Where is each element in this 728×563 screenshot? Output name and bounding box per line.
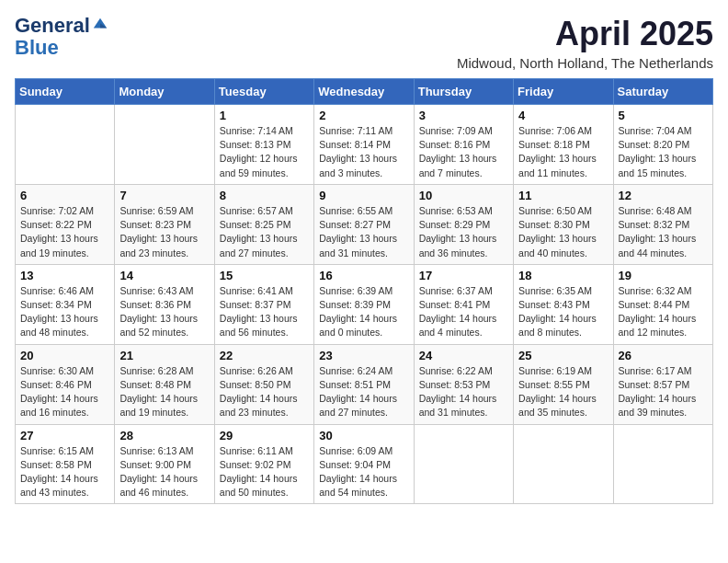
day-number: 8 xyxy=(220,189,309,202)
calendar-cell: 11Sunrise: 6:50 AM Sunset: 8:30 PM Dayli… xyxy=(514,184,613,264)
day-number: 2 xyxy=(319,109,408,122)
day-info: Sunrise: 7:02 AM Sunset: 8:22 PM Dayligh… xyxy=(20,204,109,260)
day-number: 30 xyxy=(319,429,408,442)
calendar-cell: 24Sunrise: 6:22 AM Sunset: 8:53 PM Dayli… xyxy=(414,344,513,424)
calendar-week-row: 20Sunrise: 6:30 AM Sunset: 8:46 PM Dayli… xyxy=(16,344,713,424)
calendar-cell: 6Sunrise: 7:02 AM Sunset: 8:22 PM Daylig… xyxy=(16,184,115,264)
day-info: Sunrise: 6:48 AM Sunset: 8:32 PM Dayligh… xyxy=(619,204,708,260)
calendar-week-row: 1Sunrise: 7:14 AM Sunset: 8:13 PM Daylig… xyxy=(16,105,713,185)
calendar-cell: 3Sunrise: 7:09 AM Sunset: 8:16 PM Daylig… xyxy=(414,105,513,185)
day-info: Sunrise: 6:55 AM Sunset: 8:27 PM Dayligh… xyxy=(319,204,408,260)
calendar-cell: 1Sunrise: 7:14 AM Sunset: 8:13 PM Daylig… xyxy=(214,105,313,185)
calendar-cell xyxy=(613,424,712,504)
day-number: 10 xyxy=(419,189,508,202)
weekday-header: Wednesday xyxy=(314,79,414,105)
calendar-cell xyxy=(16,105,115,185)
day-number: 27 xyxy=(20,429,109,442)
day-number: 28 xyxy=(119,429,209,442)
calendar-cell: 15Sunrise: 6:41 AM Sunset: 8:37 PM Dayli… xyxy=(214,264,313,344)
weekday-header: Sunday xyxy=(16,79,115,105)
day-info: Sunrise: 6:17 AM Sunset: 8:57 PM Dayligh… xyxy=(619,364,708,420)
day-number: 25 xyxy=(518,349,608,362)
calendar-cell: 20Sunrise: 6:30 AM Sunset: 8:46 PM Dayli… xyxy=(16,344,115,424)
header: General Blue April 2025 Midwoud, North H… xyxy=(15,15,713,71)
weekday-header: Saturday xyxy=(613,79,712,105)
day-info: Sunrise: 7:11 AM Sunset: 8:14 PM Dayligh… xyxy=(319,124,408,180)
day-number: 3 xyxy=(419,109,508,122)
day-number: 19 xyxy=(619,269,708,282)
day-info: Sunrise: 7:14 AM Sunset: 8:13 PM Dayligh… xyxy=(220,124,309,180)
calendar-cell: 2Sunrise: 7:11 AM Sunset: 8:14 PM Daylig… xyxy=(314,105,414,185)
weekday-header: Monday xyxy=(115,79,214,105)
day-number: 18 xyxy=(518,269,608,282)
day-number: 20 xyxy=(20,349,109,362)
calendar-cell: 21Sunrise: 6:28 AM Sunset: 8:48 PM Dayli… xyxy=(115,344,214,424)
day-info: Sunrise: 7:09 AM Sunset: 8:16 PM Dayligh… xyxy=(419,124,508,180)
day-info: Sunrise: 6:50 AM Sunset: 8:30 PM Dayligh… xyxy=(518,204,608,260)
logo-icon xyxy=(92,17,108,33)
day-info: Sunrise: 6:09 AM Sunset: 9:04 PM Dayligh… xyxy=(319,444,408,500)
calendar-cell: 26Sunrise: 6:17 AM Sunset: 8:57 PM Dayli… xyxy=(613,344,712,424)
day-info: Sunrise: 6:32 AM Sunset: 8:44 PM Dayligh… xyxy=(619,284,708,340)
logo-blue: Blue xyxy=(15,37,108,59)
calendar-cell: 8Sunrise: 6:57 AM Sunset: 8:25 PM Daylig… xyxy=(214,184,313,264)
calendar-cell: 18Sunrise: 6:35 AM Sunset: 8:43 PM Dayli… xyxy=(514,264,613,344)
day-number: 12 xyxy=(619,189,708,202)
day-info: Sunrise: 6:57 AM Sunset: 8:25 PM Dayligh… xyxy=(220,204,309,260)
day-number: 21 xyxy=(119,349,209,362)
calendar-cell: 22Sunrise: 6:26 AM Sunset: 8:50 PM Dayli… xyxy=(214,344,313,424)
calendar-week-row: 13Sunrise: 6:46 AM Sunset: 8:34 PM Dayli… xyxy=(16,264,713,344)
calendar-cell: 27Sunrise: 6:15 AM Sunset: 8:58 PM Dayli… xyxy=(16,424,115,504)
calendar-cell: 25Sunrise: 6:19 AM Sunset: 8:55 PM Dayli… xyxy=(514,344,613,424)
calendar-cell: 19Sunrise: 6:32 AM Sunset: 8:44 PM Dayli… xyxy=(613,264,712,344)
calendar-cell: 13Sunrise: 6:46 AM Sunset: 8:34 PM Dayli… xyxy=(16,264,115,344)
day-info: Sunrise: 7:04 AM Sunset: 8:20 PM Dayligh… xyxy=(619,124,708,180)
day-info: Sunrise: 6:43 AM Sunset: 8:36 PM Dayligh… xyxy=(119,284,209,340)
day-number: 5 xyxy=(619,109,708,122)
day-info: Sunrise: 6:59 AM Sunset: 8:23 PM Dayligh… xyxy=(119,204,209,260)
calendar-cell xyxy=(115,105,214,185)
day-number: 26 xyxy=(619,349,708,362)
calendar-cell: 30Sunrise: 6:09 AM Sunset: 9:04 PM Dayli… xyxy=(314,424,414,504)
day-info: Sunrise: 6:24 AM Sunset: 8:51 PM Dayligh… xyxy=(319,364,408,420)
weekday-header: Thursday xyxy=(414,79,513,105)
weekday-header: Tuesday xyxy=(214,79,313,105)
calendar-cell: 4Sunrise: 7:06 AM Sunset: 8:18 PM Daylig… xyxy=(514,105,613,185)
calendar-cell: 28Sunrise: 6:13 AM Sunset: 9:00 PM Dayli… xyxy=(115,424,214,504)
day-number: 22 xyxy=(220,349,309,362)
weekday-header-row: SundayMondayTuesdayWednesdayThursdayFrid… xyxy=(16,79,713,105)
day-number: 11 xyxy=(518,189,608,202)
calendar-cell xyxy=(414,424,513,504)
day-number: 16 xyxy=(319,269,408,282)
calendar-subtitle: Midwoud, North Holland, The Netherlands xyxy=(457,55,713,71)
calendar-cell: 10Sunrise: 6:53 AM Sunset: 8:29 PM Dayli… xyxy=(414,184,513,264)
calendar-cell: 12Sunrise: 6:48 AM Sunset: 8:32 PM Dayli… xyxy=(613,184,712,264)
day-number: 7 xyxy=(119,189,209,202)
logo-general: General xyxy=(15,15,90,37)
weekday-header: Friday xyxy=(514,79,613,105)
calendar-cell: 29Sunrise: 6:11 AM Sunset: 9:02 PM Dayli… xyxy=(214,424,313,504)
logo: General Blue xyxy=(15,15,108,59)
calendar-week-row: 6Sunrise: 7:02 AM Sunset: 8:22 PM Daylig… xyxy=(16,184,713,264)
day-info: Sunrise: 6:13 AM Sunset: 9:00 PM Dayligh… xyxy=(119,444,209,500)
day-number: 9 xyxy=(319,189,408,202)
day-info: Sunrise: 6:30 AM Sunset: 8:46 PM Dayligh… xyxy=(20,364,109,420)
day-number: 4 xyxy=(518,109,608,122)
calendar-table: SundayMondayTuesdayWednesdayThursdayFrid… xyxy=(15,78,713,504)
day-info: Sunrise: 6:37 AM Sunset: 8:41 PM Dayligh… xyxy=(419,284,508,340)
day-info: Sunrise: 6:22 AM Sunset: 8:53 PM Dayligh… xyxy=(419,364,508,420)
title-area: April 2025 Midwoud, North Holland, The N… xyxy=(457,15,713,71)
calendar-title: April 2025 xyxy=(457,15,713,53)
day-info: Sunrise: 7:06 AM Sunset: 8:18 PM Dayligh… xyxy=(518,124,608,180)
day-number: 23 xyxy=(319,349,408,362)
calendar-cell: 23Sunrise: 6:24 AM Sunset: 8:51 PM Dayli… xyxy=(314,344,414,424)
calendar-cell: 9Sunrise: 6:55 AM Sunset: 8:27 PM Daylig… xyxy=(314,184,414,264)
day-info: Sunrise: 6:11 AM Sunset: 9:02 PM Dayligh… xyxy=(220,444,309,500)
day-number: 24 xyxy=(419,349,508,362)
day-number: 14 xyxy=(119,269,209,282)
day-number: 6 xyxy=(20,189,109,202)
calendar-cell: 16Sunrise: 6:39 AM Sunset: 8:39 PM Dayli… xyxy=(314,264,414,344)
calendar-cell: 7Sunrise: 6:59 AM Sunset: 8:23 PM Daylig… xyxy=(115,184,214,264)
day-number: 15 xyxy=(220,269,309,282)
day-number: 1 xyxy=(220,109,309,122)
